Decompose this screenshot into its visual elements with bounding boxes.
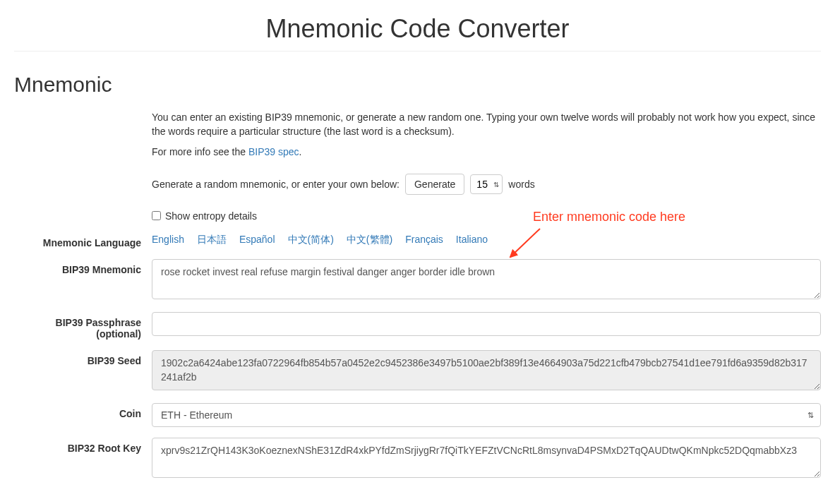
lang-chinese-simplified[interactable]: 中文(简体) xyxy=(288,234,334,246)
intro-text-2: For more info see the BIP39 spec. xyxy=(152,145,821,160)
lang-japanese[interactable]: 日本語 xyxy=(197,234,227,246)
root-key-label: BIP32 Root Key xyxy=(14,438,152,454)
mnemonic-input[interactable] xyxy=(152,259,821,299)
page-title: Mnemonic Code Converter xyxy=(14,14,821,44)
mnemonic-label: BIP39 Mnemonic xyxy=(14,259,152,275)
coin-label: Coin xyxy=(14,403,152,419)
intro-text-1: You can enter an existing BIP39 mnemonic… xyxy=(152,111,821,138)
entropy-label: Show entropy details xyxy=(165,210,257,222)
coin-select[interactable]: ETH - Ethereum xyxy=(152,403,821,427)
lang-spanish[interactable]: Español xyxy=(239,234,275,246)
intro-suffix: . xyxy=(299,146,302,157)
language-label: Mnemonic Language xyxy=(14,232,152,248)
passphrase-label: BIP39 Passphrase (optional) xyxy=(14,312,152,340)
generate-suffix: words xyxy=(508,179,534,190)
passphrase-input[interactable] xyxy=(152,312,821,336)
entropy-checkbox[interactable] xyxy=(152,211,161,220)
generate-prefix: Generate a random mnemonic, or enter you… xyxy=(152,179,400,190)
lang-chinese-traditional[interactable]: 中文(繁體) xyxy=(347,234,392,246)
lang-italian[interactable]: Italiano xyxy=(456,234,488,246)
bip39-spec-link[interactable]: BIP39 spec xyxy=(248,146,299,157)
root-key-output[interactable] xyxy=(152,438,821,478)
lang-french[interactable]: Français xyxy=(405,234,443,246)
word-count-select[interactable]: 15 xyxy=(470,174,503,194)
lang-english[interactable]: English xyxy=(152,234,184,246)
divider xyxy=(14,51,821,52)
generate-button[interactable]: Generate xyxy=(405,174,464,195)
intro-prefix: For more info see the xyxy=(152,146,248,157)
language-links: English 日本語 Español 中文(简体) 中文(繁體) França… xyxy=(152,232,821,246)
seed-output[interactable] xyxy=(152,350,821,390)
section-heading: Mnemonic xyxy=(14,73,821,97)
seed-label: BIP39 Seed xyxy=(14,350,152,366)
